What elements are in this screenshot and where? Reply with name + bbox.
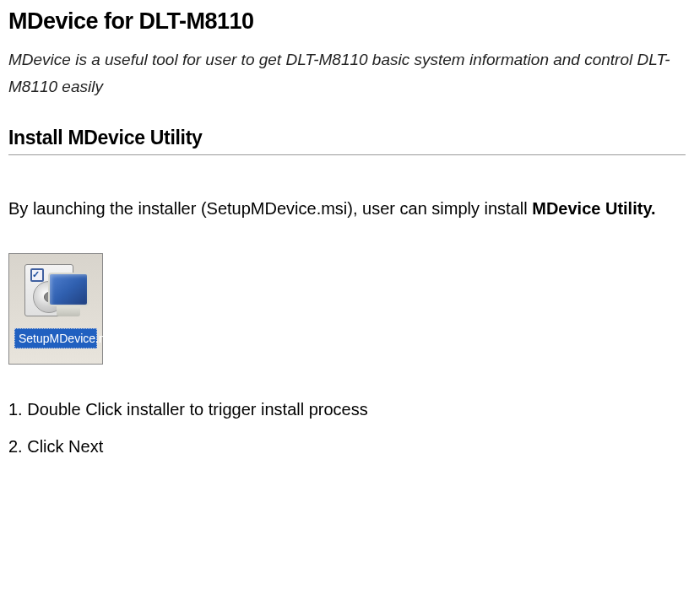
install-description: By launching the installer (SetupMDevice… (8, 189, 686, 228)
installer-icon-container: SetupMDevice.msi (8, 253, 686, 365)
msi-icon (23, 259, 89, 325)
installer-file-icon[interactable]: SetupMDevice.msi (8, 253, 103, 365)
step-1: 1. Double Click installer to trigger ins… (8, 397, 686, 422)
install-description-product: MDevice Utility. (532, 199, 655, 218)
installer-file-label: SetupMDevice.msi (14, 328, 97, 349)
step-2: 2. Click Next (8, 434, 686, 459)
monitor-icon (48, 273, 89, 320)
install-description-prefix: By launching the installer (SetupMDevice… (8, 199, 532, 218)
intro-paragraph: MDevice is a useful tool for user to get… (8, 46, 686, 101)
section-heading-install: Install MDevice Utility (8, 127, 686, 155)
page-title: MDevice for DLT-M8110 (8, 8, 686, 35)
monitor-stand-icon (57, 306, 80, 316)
monitor-screen-icon (48, 273, 89, 306)
